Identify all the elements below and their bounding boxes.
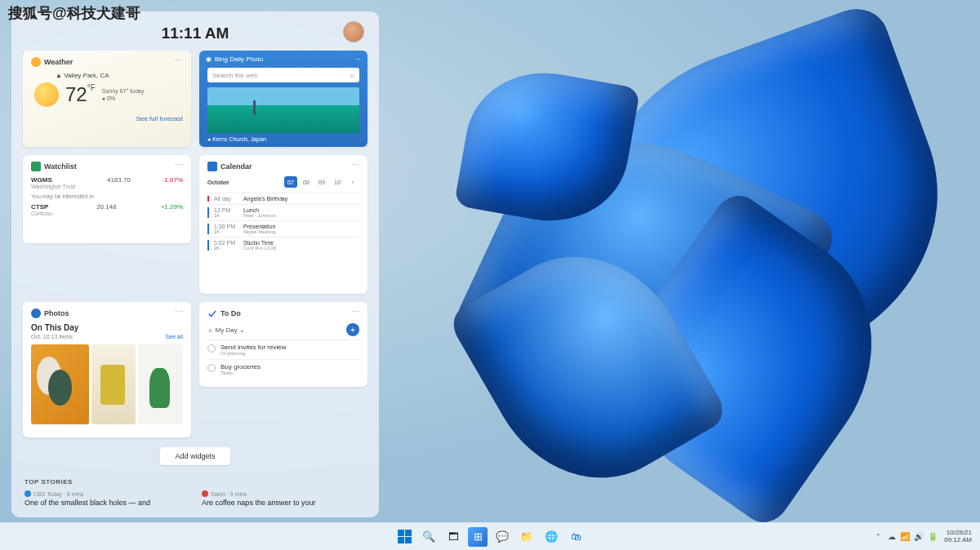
add-task-button[interactable]: + bbox=[346, 323, 359, 336]
photo-thumbnail[interactable] bbox=[31, 344, 89, 424]
weather-widget[interactable]: Weather ⋯ ▲ Valley Park, CA 72°F Sunny 6… bbox=[23, 51, 191, 147]
photos-widget[interactable]: Photos ⋯ On This Day Oct. 10 13 itemsSee… bbox=[23, 302, 191, 437]
calendar-event[interactable]: All dayAngela's Birthday bbox=[207, 193, 359, 204]
photo-thumbnail[interactable] bbox=[91, 344, 136, 424]
top-stories-section: TOP STORIES CBS Today · 8 minsOne of the… bbox=[23, 475, 368, 508]
calendar-day[interactable]: 08 bbox=[300, 176, 313, 188]
stocks-icon bbox=[31, 162, 41, 171]
panel-clock: 11:11 AM bbox=[162, 24, 229, 42]
start-button[interactable] bbox=[394, 527, 414, 547]
weather-icon bbox=[31, 57, 41, 67]
weather-temp: 72 bbox=[65, 83, 87, 105]
task-view-button[interactable]: 🗔 bbox=[443, 527, 463, 547]
weather-location: ▲ Valley Park, CA bbox=[56, 72, 183, 79]
calendar-icon bbox=[207, 162, 217, 171]
bing-caption: ● Kerns Church, Japan bbox=[199, 133, 368, 145]
widget-menu-icon[interactable]: ⋯ bbox=[173, 160, 185, 168]
bing-search-input[interactable]: Search the web⌕ bbox=[207, 68, 359, 82]
calendar-day[interactable]: 10 bbox=[331, 176, 344, 188]
task-checkbox[interactable] bbox=[207, 364, 216, 372]
bing-icon: ◉ bbox=[206, 55, 212, 63]
calendar-widget[interactable]: Calendar ⋯ October 07080910› All dayAnge… bbox=[199, 155, 368, 294]
battery-icon[interactable]: 🔋 bbox=[928, 532, 938, 541]
weather-forecast-link[interactable]: See full forecast bbox=[31, 115, 183, 122]
file-explorer-button[interactable]: 📁 bbox=[517, 527, 537, 547]
add-widgets-button[interactable]: Add widgets bbox=[160, 447, 229, 465]
calendar-day[interactable]: › bbox=[346, 176, 359, 188]
edge-button[interactable]: 🌐 bbox=[541, 527, 561, 547]
search-button[interactable]: 🔍 bbox=[419, 527, 439, 547]
widget-menu-icon[interactable]: ⋯ bbox=[173, 55, 185, 64]
widget-menu-icon[interactable]: ⋯ bbox=[350, 160, 361, 168]
tray-chevron-icon[interactable]: ⌃ bbox=[875, 533, 881, 540]
calendar-event[interactable]: 1:30 PM1hPresentationSkype Meeting bbox=[207, 220, 359, 237]
todo-task[interactable]: Send invites for reviewOf planning bbox=[207, 339, 359, 359]
news-story[interactable]: Salon · 9 minsAre coffee naps the answer… bbox=[202, 490, 366, 508]
widget-menu-icon[interactable]: ⋯ bbox=[173, 307, 185, 315]
widgets-panel: 11:11 AM Weather ⋯ ▲ Valley Park, CA 72°… bbox=[11, 11, 379, 517]
wifi-icon[interactable]: 📶 bbox=[900, 532, 910, 541]
stories-heading: TOP STORIES bbox=[24, 478, 366, 486]
stock-row[interactable]: WGMSWashington Trust4183.70-1.07% bbox=[31, 176, 183, 189]
photos-see-all-link[interactable]: See all bbox=[166, 334, 183, 339]
widget-menu-icon[interactable]: ⋯ bbox=[354, 55, 361, 63]
widgets-button[interactable]: ⊞ bbox=[468, 527, 488, 547]
photos-icon bbox=[31, 308, 41, 318]
widget-menu-icon[interactable]: ⋯ bbox=[350, 307, 361, 315]
chat-button[interactable]: 💬 bbox=[492, 527, 512, 547]
search-icon: ⌕ bbox=[350, 72, 354, 79]
system-clock[interactable]: 10/28/21 09:12 AM bbox=[944, 530, 972, 544]
calendar-day[interactable]: 07 bbox=[284, 176, 297, 188]
watermark-text: 搜狐号@科技犬建哥 bbox=[8, 3, 140, 23]
stock-row[interactable]: CTSPContoso20.148+1.29% bbox=[31, 203, 183, 216]
onedrive-icon[interactable]: ☁ bbox=[888, 532, 896, 541]
calendar-date-picker[interactable]: October 07080910› bbox=[207, 176, 359, 188]
volume-icon[interactable]: 🔊 bbox=[914, 532, 924, 541]
todo-list-selector[interactable]: ☼ My Day ⌄ bbox=[207, 326, 245, 334]
sun-icon bbox=[34, 82, 59, 107]
calendar-event[interactable]: 5:02 PM2hStudio TimeConf Rm 12.06 bbox=[207, 237, 359, 253]
task-checkbox[interactable] bbox=[207, 344, 216, 353]
todo-icon bbox=[207, 308, 217, 318]
todo-task[interactable]: Buy groceriesTasks bbox=[207, 359, 359, 379]
photos-heading: On This Day bbox=[31, 323, 183, 332]
bing-widget[interactable]: ◉Bing Daily Photo⋯ Search the web⌕ ● Ker… bbox=[199, 51, 368, 147]
news-story[interactable]: CBS Today · 8 minsOne of the smallest bl… bbox=[24, 490, 189, 508]
calendar-event[interactable]: 12 PM1hLunchPete · Johnson bbox=[207, 204, 359, 220]
calendar-day[interactable]: 09 bbox=[315, 176, 328, 188]
taskbar: 🔍 🗔 ⊞ 💬 📁 🌐 🛍 ⌃ ☁ 📶 🔊 🔋 10/28/21 09:12 A… bbox=[0, 522, 980, 550]
watchlist-widget[interactable]: Watchlist ⋯ WGMSWashington Trust4183.70-… bbox=[23, 155, 191, 243]
bing-daily-image[interactable] bbox=[207, 87, 359, 133]
user-avatar[interactable] bbox=[343, 21, 364, 42]
store-button[interactable]: 🛍 bbox=[566, 527, 586, 547]
weather-title: Weather bbox=[44, 58, 73, 66]
photo-thumbnail[interactable] bbox=[138, 344, 183, 424]
todo-widget[interactable]: To Do ⋯ ☼ My Day ⌄ + Send invites for re… bbox=[199, 302, 368, 387]
